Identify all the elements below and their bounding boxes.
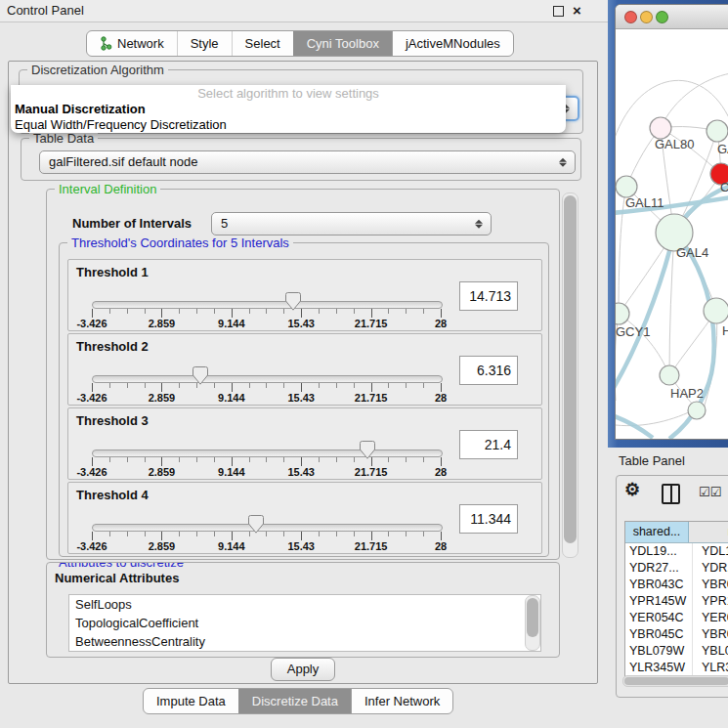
float-window-icon[interactable] [553,6,564,17]
threshold-3-value-field[interactable]: 21.4 [459,430,518,459]
tab-label: Style [191,31,219,56]
cell-shared-name[interactable]: YBR045C [625,626,693,643]
tab-discretize-data[interactable]: Discretize Data [238,689,351,713]
cell-name[interactable]: YBR0 [693,626,728,643]
slider-tick-labels: -3.4262.8599.14415.4321.71528 [92,540,441,553]
slider-tickmarks [92,383,442,392]
tick-label: 2.859 [149,318,176,329]
table-horizontal-scrollbar[interactable] [622,675,728,687]
table-row[interactable]: YDL19...YDL1 [625,543,728,560]
dropdown-option-manual[interactable]: Manual Discretization [11,102,566,117]
attribute-list-item[interactable]: TopologicalCoefficient [69,614,540,632]
threshold-4-slider-thumb[interactable] [248,515,264,534]
tick-label: 15.43 [287,318,315,329]
threshold-4-value-field[interactable]: 11.344 [459,504,518,534]
columns-icon[interactable] [662,484,680,504]
threshold-2-value-field[interactable]: 6.316 [459,356,518,385]
tick-label: 9.144 [218,392,245,404]
table-row[interactable]: YPR145WYPR1 [625,593,728,610]
threshold-4-panel: Threshold 4 -3.4262.8599.14415.4321.7152… [67,482,542,554]
scrollbar-thumb[interactable] [564,195,577,543]
apply-button[interactable]: Apply [271,658,335,681]
threshold-2-slider-track[interactable] [92,375,443,383]
node-label-hap2: HAP2 [670,386,704,401]
table-row[interactable]: YBR045CYBR0 [625,626,728,643]
tick-label: 21.715 [355,318,388,329]
node-top-right[interactable] [707,120,728,142]
close-icon[interactable]: × [573,0,581,21]
dropdown-option-equal-width[interactable]: Equal Width/Frequency Discretization [11,117,566,133]
tab-network[interactable]: Network [87,31,177,56]
attribute-list-item[interactable]: SelfLoops [69,595,540,614]
minimize-traffic-light-icon[interactable] [640,11,653,23]
gear-icon[interactable]: ⚙ [624,479,640,500]
table-row[interactable]: YER054CYER0 [625,610,728,626]
attribute-list-item[interactable]: BetweennessCentrality [69,632,540,651]
threshold-1-slider-track[interactable] [92,301,443,309]
cell-shared-name[interactable]: YDL19... [625,543,693,560]
node-gal11[interactable] [616,176,637,197]
cell-name[interactable]: YER0 [693,610,728,626]
scrollbar-thumb[interactable] [527,598,538,637]
settings-vertical-scrollbar[interactable] [562,193,578,558]
zoom-traffic-light-icon[interactable] [656,11,668,23]
tick-label: 28 [435,392,447,404]
tab-infer-network[interactable]: Infer Network [351,689,452,713]
group-title: Attributes to discretize [55,562,188,570]
tab-select[interactable]: Select [232,31,293,56]
tab-cyni-toolbox[interactable]: Cyni Toolbox [293,31,392,56]
node-right-mid[interactable] [704,298,728,323]
cell-name[interactable]: YLR3 [693,660,728,676]
network-canvas[interactable]: GAL80 GA GAL11 C GAL4 GCY1 H HAP2 [616,29,728,439]
table-row[interactable]: YBR043CYBR0 [625,577,728,593]
close-traffic-light-icon[interactable] [624,11,637,23]
tick-label: 15.43 [287,540,315,552]
column-header-shared[interactable]: shared... [625,522,689,542]
cell-shared-name[interactable]: YER054C [625,610,693,626]
tab-impute-data[interactable]: Impute Data [144,689,238,713]
table-row[interactable]: YBL079WYBL0 [625,643,728,660]
tab-label: Discretize Data [252,689,338,713]
tab-jactivemnodules[interactable]: jActiveMNodules [392,31,513,56]
tick-label: -3.426 [76,318,107,329]
node-label-partial-c: C [720,180,728,194]
cell-name[interactable]: YDL1 [693,543,728,560]
threshold-2-slider-thumb[interactable] [193,366,208,385]
node-bottom-partial[interactable] [688,402,706,419]
node-label-gal11: GAL11 [625,195,664,210]
screen: Control Panel × Network Style Select Cyn… [0,0,728,728]
table-data-combobox[interactable]: galFiltered.sif default node [39,150,576,174]
cell-name[interactable]: YBR0 [693,577,728,593]
cell-name[interactable]: YDR2 [693,560,728,577]
cell-name[interactable]: YPR1 [693,593,728,610]
threshold-4-slider-track[interactable] [92,524,443,532]
threshold-1-value-field[interactable]: 14.713 [459,281,518,311]
node-gal80[interactable] [650,117,671,139]
scrollbar-thumb[interactable] [624,677,728,685]
attributes-scrollbar[interactable] [525,595,540,651]
tab-label: Cyni Toolbox [307,31,379,56]
threshold-label: Threshold 3 [76,413,149,428]
number-of-intervals-combobox[interactable]: 5 [211,212,492,236]
table-row[interactable]: YDR27...YDR2 [625,560,728,577]
threshold-3-slider-thumb[interactable] [360,441,375,459]
threshold-1-slider-thumb[interactable] [285,292,301,311]
cell-name[interactable]: YBL0 [693,643,728,660]
threshold-3-slider-track[interactable] [92,450,443,457]
column-header-name[interactable]: n [689,522,728,542]
interval-definition-group: Interval Definition Number of Intervals … [46,189,560,560]
cell-shared-name[interactable]: YLR345W [625,660,693,676]
checkboxes-icon[interactable]: ☑☑ [699,485,721,499]
tick-label: -3.426 [76,392,107,404]
node-label-gcy1: GCY1 [616,324,650,339]
cell-shared-name[interactable]: YPR145W [625,593,693,610]
tab-style[interactable]: Style [177,31,232,56]
cell-shared-name[interactable]: YBR043C [625,577,693,593]
cell-shared-name[interactable]: YBL079W [625,643,693,660]
table-row[interactable]: YLR345WYLR3 [625,660,728,676]
cell-shared-name[interactable]: YDR27... [625,560,693,577]
node-label-partial-h: H [722,323,728,338]
group-title: Discretization Algorithm [27,63,168,77]
node-gcy1[interactable] [616,303,629,324]
node-hap2[interactable] [660,365,679,385]
